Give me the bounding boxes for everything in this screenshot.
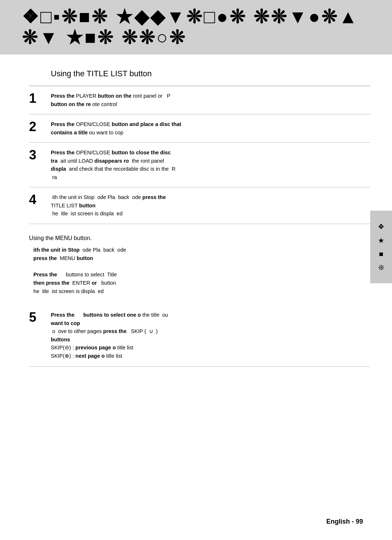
symbol-line-2: ❊▼ ★■❊ ❊❊○❊ <box>22 27 370 48</box>
footer-text: English - 99 <box>326 518 363 525</box>
sidebar-symbol-1: ❖ <box>378 222 384 231</box>
sidebar-symbol-3: ■ <box>379 250 383 258</box>
step-4: 4 ith the unit in Stop ode Pla back ode … <box>29 187 370 224</box>
menu-sub-item-2: Press the buttons to select Title then p… <box>29 271 370 296</box>
menu-section: Using the MENU button. ith the unit in S… <box>29 224 370 305</box>
step-4-number: 4 <box>29 193 51 206</box>
header-symbol-bar: ❖□▪❊■❊ ★◆◆▼❊□●❊ ❊❊▼●❊▲ ❊▼ ★■❊ ❊❊○❊ <box>0 0 392 54</box>
step-3: 3 Press the OPEN/CLOSE button to close t… <box>29 143 370 187</box>
menu-section-title: Using the MENU button. <box>29 235 370 241</box>
sidebar-symbol-2: ★ <box>378 236 384 245</box>
step-5: 5 Press the buttons to select one o the … <box>29 304 370 367</box>
main-content: Using the TITLE LIST button 1 Press the … <box>0 69 392 367</box>
step-2-content: Press the OPEN/CLOSE button and place a … <box>51 120 370 137</box>
step-2: 2 Press the OPEN/CLOSE button and place … <box>29 114 370 143</box>
step-1: 1 Press the PLAYER button on the ront pa… <box>29 86 370 114</box>
step-1-number: 1 <box>29 92 51 105</box>
footer: English - 99 <box>326 518 363 525</box>
step-4-content: ith the unit in Stop ode Pla back ode pr… <box>51 193 370 218</box>
step-1-content: Press the PLAYER button on the ront pane… <box>51 92 370 108</box>
step-5-number: 5 <box>29 311 51 324</box>
step-3-number: 3 <box>29 149 51 162</box>
step-5-content: Press the buttons to select one o the ti… <box>51 311 370 360</box>
step-3-content: Press the OPEN/CLOSE button to close the… <box>51 149 370 181</box>
right-sidebar: ❖ ★ ■ ❊ <box>370 211 392 283</box>
menu-sub-item-1: ith the unit in Stop ode Pla back ode pr… <box>29 246 370 263</box>
page-container: ❖□▪❊■❊ ★◆◆▼❊□●❊ ❊❊▼●❊▲ ❊▼ ★■❊ ❊❊○❊ Using… <box>0 0 392 540</box>
symbol-line-1: ❖□▪❊■❊ ★◆◆▼❊□●❊ ❊❊▼●❊▲ <box>22 7 370 27</box>
step-2-number: 2 <box>29 120 51 133</box>
section-title: Using the TITLE LIST button <box>29 69 370 78</box>
sidebar-symbol-4: ❊ <box>378 263 384 272</box>
